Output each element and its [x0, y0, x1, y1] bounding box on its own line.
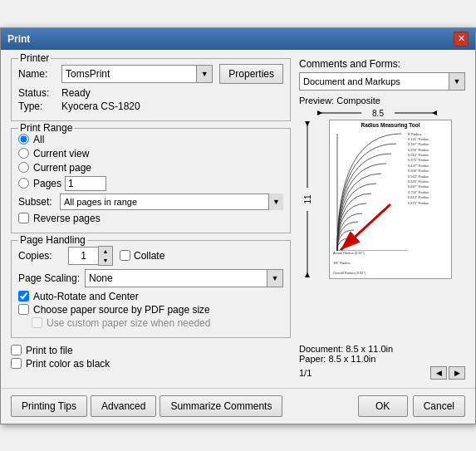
page-number: 1/1	[299, 368, 312, 378]
page-nav-buttons: ◀ ▶	[430, 366, 465, 380]
pages-label[interactable]: Pages	[33, 178, 61, 189]
choose-paper-row: Choose paper source by PDF page size	[18, 304, 283, 316]
printer-section-title: Printer	[18, 52, 51, 64]
choose-paper-checkbox[interactable]	[18, 304, 29, 315]
name-label: Name:	[18, 68, 61, 80]
printer-section: Printer Name: TomsPrint ▼ Properties	[11, 58, 291, 121]
reverse-pages-checkbox[interactable]	[18, 213, 29, 223]
current-view-row: Current view	[18, 148, 283, 159]
bottom-left-buttons: Printing Tips Advanced Summarize Comment…	[11, 395, 282, 417]
auto-rotate-checkbox[interactable]	[18, 291, 29, 301]
collate-checkbox[interactable]	[120, 250, 130, 261]
print-color-row: Print color as black	[11, 358, 291, 370]
svg-text:11: 11	[303, 194, 312, 204]
bottom-right-buttons: OK Cancel	[358, 395, 465, 417]
copies-row: Copies: ▲ ▼ Collate	[18, 246, 283, 266]
width-dimension: 8.5	[316, 107, 465, 119]
type-label: Type:	[18, 100, 61, 112]
scaling-row: Page Scaling: None Fit to Printable Area…	[18, 269, 283, 287]
dialog-content: Printer Name: TomsPrint ▼ Properties	[1, 50, 475, 388]
scaling-select[interactable]: None Fit to Printable Area Shrink to Pri…	[85, 269, 283, 287]
ok-button[interactable]: OK	[358, 395, 408, 417]
paper-info: Paper: 8.5 x 11.0in	[299, 354, 465, 364]
print-to-file-checkbox[interactable]	[11, 345, 22, 355]
main-layout: Printer Name: TomsPrint ▼ Properties	[11, 58, 465, 380]
print-to-file-label[interactable]: Print to file	[26, 345, 73, 356]
radius-arcs-svg	[333, 130, 408, 251]
all-radio-row: All	[18, 134, 283, 145]
close-button[interactable]: ✕	[454, 32, 469, 47]
collate-label[interactable]: Collate	[134, 250, 164, 262]
properties-button[interactable]: Properties	[219, 64, 283, 84]
collate-wrap: Collate	[120, 250, 164, 262]
print-color-label[interactable]: Print color as black	[26, 358, 110, 370]
printer-name-combo-wrapper: TomsPrint ▼	[61, 65, 213, 83]
print-to-file-row: Print to file	[11, 345, 291, 356]
copies-spinner: ▲ ▼	[68, 246, 113, 266]
scaling-label: Page Scaling:	[18, 272, 85, 284]
custom-paper-checkbox[interactable]	[32, 317, 42, 328]
printing-tips-button[interactable]: Printing Tips	[11, 395, 87, 417]
bottom-bar: Printing Tips Advanced Summarize Comment…	[1, 388, 475, 424]
doc-info-section: Document: 8.5 x 11.0in Paper: 8.5 x 11.0…	[299, 344, 465, 364]
preview-content-area: R Radius 0.125" Radius 0.187" Radius 0.2…	[330, 130, 451, 251]
choose-paper-label[interactable]: Choose paper source by PDF page size	[33, 304, 210, 316]
subset-row: Subset: All pages in range Odd pages onl…	[18, 194, 283, 210]
current-page-radio[interactable]	[18, 162, 29, 173]
page-next-button[interactable]: ▶	[449, 366, 465, 380]
type-value: Kyocera CS-1820	[61, 100, 140, 112]
all-label[interactable]: All	[33, 134, 44, 145]
title-bar: Print ✕	[1, 28, 475, 50]
print-color-checkbox[interactable]	[11, 358, 22, 369]
copies-input[interactable]	[68, 247, 98, 265]
printer-type-row: Type: Kyocera CS-1820	[18, 100, 283, 112]
auto-rotate-row: Auto-Rotate and Center	[18, 291, 283, 302]
current-view-label[interactable]: Current view	[33, 148, 89, 159]
comments-forms-select[interactable]: Document and Markups Document Form Field…	[299, 72, 465, 91]
svg-marker-2	[432, 110, 437, 115]
preview-right-text: R Radius 0.125" Radius 0.187" Radius 0.2…	[408, 132, 448, 206]
svg-marker-6	[305, 121, 310, 126]
page-handling-section: Page Handling Copies: ▲ ▼ Colla	[11, 240, 291, 338]
subset-combo-wrapper: All pages in range Odd pages only Even p…	[60, 194, 283, 210]
summarize-comments-button[interactable]: Summarize Comments	[159, 395, 282, 417]
preview-title: Radius Measuring Tool	[330, 122, 451, 128]
printer-status-row: Status: Ready	[18, 87, 283, 99]
current-view-radio[interactable]	[18, 148, 29, 159]
advanced-button[interactable]: Advanced	[91, 395, 156, 417]
status-value: Ready	[61, 87, 91, 99]
printer-name-select[interactable]: TomsPrint	[61, 65, 213, 83]
comments-forms-label: Comments and Forms:	[299, 58, 465, 70]
scaling-combo-wrapper: None Fit to Printable Area Shrink to Pri…	[85, 269, 283, 287]
auto-rotate-label[interactable]: Auto-Rotate and Center	[33, 291, 139, 302]
copies-down-button[interactable]: ▼	[99, 256, 112, 265]
reverse-pages-row: Reverse pages	[18, 213, 283, 224]
print-range-title: Print Range	[18, 122, 74, 134]
subset-select[interactable]: All pages in range Odd pages only Even p…	[60, 194, 283, 210]
copies-spinner-buttons: ▲ ▼	[98, 246, 113, 266]
all-radio[interactable]	[18, 134, 29, 145]
copies-up-button[interactable]: ▲	[99, 247, 112, 256]
page-handling-title: Page Handling	[18, 234, 87, 246]
status-label: Status:	[18, 87, 61, 99]
current-page-row: Current page	[18, 162, 283, 174]
cancel-button[interactable]: Cancel	[413, 395, 465, 417]
copies-label: Copies:	[18, 250, 61, 262]
pages-radio[interactable]	[18, 178, 29, 189]
height-dimension: 11	[299, 120, 316, 279]
current-page-label[interactable]: Current page	[33, 162, 91, 174]
height-arrow-svg: 11	[302, 120, 313, 279]
page-prev-button[interactable]: ◀	[430, 366, 447, 380]
right-panel: Comments and Forms: Document and Markups…	[299, 58, 465, 380]
print-range-section: Print Range All Current view Current pag…	[11, 128, 291, 233]
preview-section: Preview: Composite 8.5	[299, 96, 465, 380]
reverse-pages-label[interactable]: Reverse pages	[33, 213, 101, 224]
dialog-title: Print	[7, 33, 30, 45]
pages-input[interactable]: 1	[65, 176, 106, 191]
preview-bottom-text: Actual Radius (0.87") 1/8" Radius Overal…	[330, 251, 451, 279]
custom-paper-row: Use custom paper size when needed	[32, 317, 283, 329]
preview-row: 11 Radius Measuring Tool R Radius	[299, 120, 465, 279]
printer-name-row: Name: TomsPrint ▼ Properties	[18, 64, 283, 84]
svg-text:8.5: 8.5	[372, 109, 384, 118]
preview-box: Radius Measuring Tool R Radius 0.125" Ra…	[329, 120, 452, 279]
